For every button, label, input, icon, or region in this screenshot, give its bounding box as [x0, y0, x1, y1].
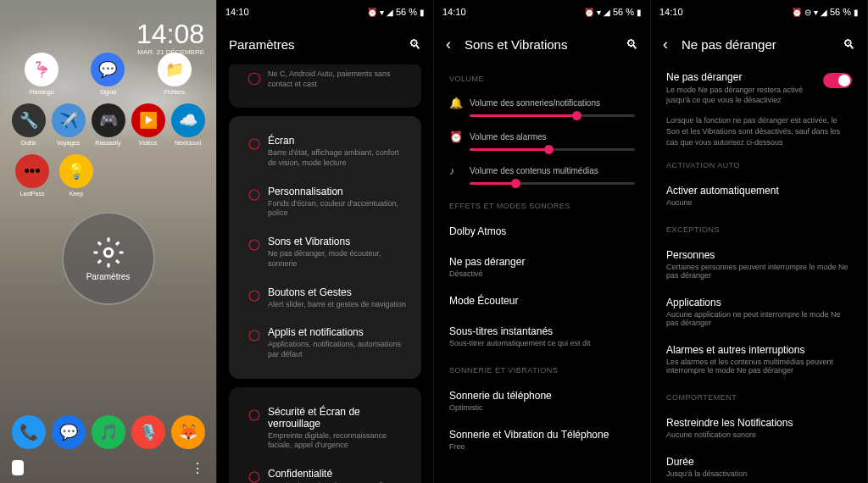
item-ne-pas-déranger[interactable]: Ne pas dérangerDésactivé	[446, 247, 638, 286]
item-applications[interactable]: ApplicationsAucune application ne peut i…	[663, 288, 855, 336]
app-voyages[interactable]: ✈️Voyages	[50, 103, 87, 146]
battery-text: 56 %	[396, 7, 417, 17]
item-mode-écouteur[interactable]: Mode Écouteur	[446, 286, 638, 317]
item-personnes[interactable]: PersonnesCertaines personnes peuvent int…	[663, 241, 855, 288]
app-grid: 🦩Flamingo💬Signal📁Fichiers 🔧Outils✈️Voyag…	[0, 47, 216, 210]
svg-point-3	[249, 190, 259, 200]
setting-sécurité-et-écran-de-verrouillage[interactable]: Sécurité et Écran de verrouillageEmprein…	[237, 397, 413, 459]
item-sonnerie-et-vibration-du-téléphone[interactable]: Sonnerie et Vibration du TéléphoneFree	[446, 420, 638, 459]
app-signal[interactable]: 💬Signal	[89, 53, 126, 95]
svg-point-4	[249, 240, 259, 250]
item-durée[interactable]: DuréeJusqu'à la désactivation	[663, 447, 855, 483]
auto-activate[interactable]: Activer automatiquement Aucune	[663, 176, 855, 215]
setting-sons-et-vibrations[interactable]: Sons et VibrationsNe pas déranger, mode …	[237, 227, 413, 277]
setting-boutons-et-gestes[interactable]: Boutons et GestesAlert slider, barre et …	[237, 278, 413, 319]
slider-1[interactable]: ⏰Volume des alarmes	[446, 124, 638, 158]
battery-icon: ▮	[637, 8, 642, 17]
nav-home[interactable]	[12, 460, 24, 475]
app-fichiers[interactable]: 📁Fichiers	[156, 53, 193, 95]
app-nextcloud[interactable]: ☁️Nextcloud	[170, 103, 207, 146]
alarm-icon: ⏰	[584, 8, 594, 17]
app-keep[interactable]: 💡Keep	[58, 154, 95, 197]
status-bar: 14:10 ⏰▾◢56 %▮	[217, 0, 433, 24]
clock-time: 14:08	[136, 20, 204, 47]
card-display: ÉcranBarre d'état, affichage ambiant, co…	[229, 116, 421, 378]
app-label: LastPass	[20, 191, 45, 197]
search-icon[interactable]: 🔍︎	[626, 37, 638, 52]
app-outils[interactable]: 🔧Outils	[10, 103, 47, 146]
search-icon[interactable]: 🔍︎	[409, 37, 421, 52]
setting-icon	[241, 326, 268, 343]
app-flamingo[interactable]: 🦩Flamingo	[23, 53, 60, 95]
wifi-icon: ▾	[814, 8, 818, 17]
back-button[interactable]: ‹	[446, 36, 451, 53]
slider-track[interactable]	[470, 114, 635, 117]
setting-écran[interactable]: ÉcranBarre d'état, affichage ambiant, co…	[237, 126, 413, 176]
back-button[interactable]: ‹	[663, 36, 668, 53]
app-icon: •••	[15, 154, 49, 188]
alarm-icon: ⏰	[367, 8, 377, 17]
toggle-switch[interactable]	[823, 73, 852, 88]
header: ‹ Ne pas déranger 🔍︎	[651, 24, 867, 64]
app-icon: 🦩	[25, 53, 58, 86]
section-auto: ACTIVATION AUTO	[666, 161, 852, 169]
app-vidéos[interactable]: ▶️Vidéos	[130, 103, 167, 146]
setting-applis-et-notifications[interactable]: Applis et notificationsApplications, not…	[237, 318, 413, 368]
svg-point-2	[249, 139, 259, 149]
app-icon: 🎮	[92, 103, 125, 137]
nav-bar: ⋮	[0, 452, 216, 483]
slider-icon: 🔔	[449, 97, 470, 109]
slider-2[interactable]: ♪Volume des contenus multimédias	[446, 158, 638, 192]
status-time: 14:10	[659, 7, 683, 17]
section-volume: VOLUME	[449, 75, 635, 83]
svg-point-1	[248, 73, 260, 85]
dock-app[interactable]: 📞	[12, 415, 46, 449]
nav-menu[interactable]: ⋮	[191, 460, 204, 476]
header: ‹ Sons et Vibrations 🔍︎	[434, 24, 650, 64]
app-label: Nextcloud	[175, 140, 201, 146]
slider-icon: ⏰	[449, 130, 470, 143]
search-icon[interactable]: 🔍︎	[843, 37, 855, 52]
wifi-icon: ▾	[380, 8, 384, 17]
sounds-screen: 14:10 ⏰▾◢56 %▮ ‹ Sons et Vibrations 🔍︎ V…	[434, 0, 651, 483]
item-sonnerie-du-téléphone[interactable]: Sonnerie du téléphoneOptimistic	[446, 381, 638, 420]
app-icon: ☁️	[171, 103, 205, 137]
header: Paramètres 🔍︎	[217, 24, 433, 64]
svg-point-7	[249, 410, 259, 420]
settings-shortcut[interactable]: Paramètres	[62, 212, 155, 305]
item-dolby-atmos[interactable]: Dolby Atmos	[446, 217, 638, 247]
dock-app[interactable]: 🦊	[171, 415, 205, 449]
app-rassasity[interactable]: 🎮Rassasity	[90, 103, 127, 146]
card-connectivity-cut: Ne C, Android Auto, paiements sans conta…	[229, 64, 421, 108]
app-icon: ▶️	[131, 103, 165, 137]
app-lastpass[interactable]: •••LastPass	[14, 154, 51, 197]
slider-thumb[interactable]	[511, 179, 520, 188]
app-icon: 💡	[59, 154, 93, 188]
dnd-toggle-row[interactable]: Ne pas déranger Le mode Ne pas déranger …	[663, 64, 855, 112]
slider-track[interactable]	[470, 148, 635, 151]
slider-track[interactable]	[470, 182, 635, 185]
settings-label: Paramètres	[86, 272, 131, 281]
slider-thumb[interactable]	[544, 145, 554, 154]
item-sous-titres-instantanés[interactable]: Sous-titres instantanésSous-titrer autom…	[446, 317, 638, 356]
item-alarmes-et-autres-interruptions[interactable]: Alarmes et autres interruptionsLes alarm…	[663, 336, 855, 383]
dock-app[interactable]: 🎙️	[131, 415, 165, 449]
setting-confidentialité[interactable]: ConfidentialitéAutorisations, données pe…	[237, 459, 413, 483]
setting-personnalisation[interactable]: PersonnalisationFonds d'écran, couleur d…	[237, 177, 413, 227]
settings-screen: 14:10 ⏰▾◢56 %▮ Paramètres 🔍︎ Ne C, Andro…	[217, 0, 434, 483]
slider-thumb[interactable]	[572, 111, 581, 120]
item-restreindre-les-notifications[interactable]: Restreindre les NotificationsAucune noti…	[663, 408, 855, 447]
battery-icon: ▮	[854, 8, 859, 17]
slider-icon: ♪	[449, 164, 470, 177]
wifi-icon: ▾	[597, 8, 601, 17]
status-bar: 14:10 ⏰⊖▾◢56 %▮	[651, 0, 867, 24]
status-bar: 14:10 ⏰▾◢56 %▮	[434, 0, 650, 24]
battery-text: 56 %	[613, 7, 634, 17]
slider-0[interactable]: 🔔Volume des sonneries/notifications	[446, 90, 638, 124]
setting-item[interactable]: Ne C, Android Auto, paiements sans conta…	[237, 64, 413, 97]
dock-app[interactable]: 💬	[52, 415, 86, 449]
setting-icon	[241, 135, 268, 152]
app-icon: 📁	[158, 53, 192, 86]
dock-app[interactable]: 🎵	[92, 415, 125, 449]
signal-icon: ◢	[387, 8, 393, 17]
